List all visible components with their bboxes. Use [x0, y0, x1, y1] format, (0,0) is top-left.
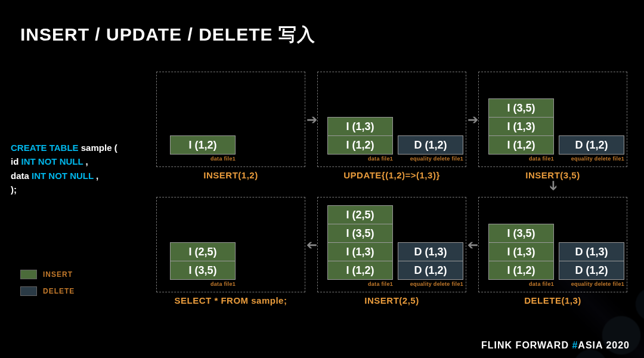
data-file-label: data file1 — [170, 281, 236, 287]
sql-text: ); — [11, 184, 17, 195]
legend: INSERT DELETE — [20, 270, 75, 303]
brand-wordmark: FLINK FORWARD #ASIA 2020 — [481, 340, 630, 351]
data-cell: I (1,3) — [488, 117, 554, 136]
legend-label: INSERT — [43, 270, 73, 279]
sql-keyword: INT NOT NULL — [32, 171, 94, 181]
legend-label: DELETE — [43, 287, 75, 295]
panel-caption: INSERT(2,5) — [318, 295, 466, 305]
arrow-down-icon: ➔ — [547, 180, 560, 191]
data-cell: I (1,2) — [488, 135, 554, 155]
sql-text: data — [11, 171, 32, 181]
delete-cell: D (1,2) — [559, 261, 624, 280]
delete-file-label: equality delete file1 — [559, 156, 624, 162]
data-file-label: data file1 — [327, 281, 393, 287]
data-cell: I (1,2) — [327, 135, 393, 155]
brand-hash-icon: # — [572, 340, 578, 350]
data-cell: I (1,2) — [488, 261, 554, 280]
delete-cell: D (1,2) — [559, 135, 624, 155]
page-title: INSERT / UPDATE / DELETE 写入 — [20, 23, 315, 47]
data-cell: I (1,2) — [170, 135, 236, 155]
data-file-label: data file1 — [327, 156, 393, 162]
panel-delete-13: I (3,5) I (1,3) I (1,2) data file1 D (1,… — [478, 197, 627, 292]
panel-update: I (1,3) I (1,2) data file1 D (1,2) equal… — [317, 72, 466, 167]
data-cell: I (1,3) — [327, 242, 393, 261]
panel-caption: SELECT * FROM sample; — [157, 295, 305, 305]
legend-swatch-delete — [20, 286, 37, 296]
diagram-stage: I (1,2) data file1 INSERT(1,2) I (1,3) I… — [156, 72, 640, 328]
panel-insert-12: I (1,2) data file1 INSERT(1,2) — [156, 72, 305, 167]
data-cell: I (3,5) — [327, 224, 393, 243]
data-file-col: I (2,5) I (3,5) data file1 — [170, 243, 236, 287]
data-file-label: data file1 — [488, 156, 554, 162]
delete-file-col: D (1,3) D (1,2) equality delete file1 — [398, 243, 463, 287]
data-cell: I (2,5) — [170, 242, 236, 261]
data-file-label: data file1 — [488, 281, 554, 287]
delete-file-label: equality delete file1 — [398, 281, 463, 287]
data-cell: I (1,3) — [327, 117, 393, 136]
sql-create-table: CREATE TABLE sample ( id INT NOT NULL , … — [11, 141, 117, 196]
delete-cell: D (1,3) — [559, 242, 624, 261]
delete-file-col: D (1,2) equality delete file1 — [398, 136, 463, 162]
data-cell: I (3,5) — [488, 98, 554, 118]
data-cell: I (3,5) — [488, 224, 554, 243]
data-file-col: I (3,5) I (1,3) I (1,2) data file1 — [488, 99, 554, 162]
brand-text: FLINK FORWARD — [481, 340, 572, 350]
delete-cell: D (1,2) — [398, 261, 463, 280]
panel-caption: DELETE(1,3) — [479, 295, 627, 305]
data-cell: I (2,5) — [327, 205, 393, 224]
legend-insert: INSERT — [20, 270, 75, 279]
panel-caption: UPDATE{(1,2)=>(1,3)} — [318, 170, 466, 180]
sql-text: , — [96, 171, 98, 181]
data-cell: I (3,5) — [170, 261, 236, 280]
delete-cell: D (1,3) — [398, 242, 463, 261]
delete-file-col: D (1,2) equality delete file1 — [559, 136, 624, 162]
delete-file-col: D (1,3) D (1,2) equality delete file1 — [559, 243, 624, 287]
data-file-col: I (1,3) I (1,2) data file1 — [327, 118, 393, 162]
data-file-col: I (1,2) data file1 — [170, 136, 236, 162]
delete-cell: D (1,2) — [398, 135, 463, 155]
arrow-right-icon: ➔ — [467, 113, 478, 126]
panel-caption: INSERT(3,5) — [479, 170, 627, 180]
data-cell: I (1,3) — [488, 242, 554, 261]
sql-text: , — [86, 156, 88, 166]
data-file-col: I (3,5) I (1,3) I (1,2) data file1 — [488, 224, 554, 287]
legend-swatch-insert — [20, 270, 37, 279]
delete-file-label: equality delete file1 — [398, 156, 463, 162]
data-file-label: data file1 — [170, 156, 236, 162]
data-cell: I (1,2) — [327, 261, 393, 280]
data-file-col: I (2,5) I (3,5) I (1,3) I (1,2) data fil… — [327, 206, 393, 287]
sql-keyword: CREATE TABLE — [11, 143, 79, 153]
panel-caption: INSERT(1,2) — [157, 170, 305, 180]
delete-file-label: equality delete file1 — [559, 281, 624, 287]
arrow-left-icon: ➔ — [467, 239, 478, 252]
sql-text: sample ( — [81, 143, 117, 153]
sql-text: id — [11, 156, 21, 166]
legend-delete: DELETE — [20, 286, 75, 296]
arrow-right-icon: ➔ — [306, 113, 317, 126]
sql-keyword: INT NOT NULL — [21, 156, 83, 166]
panel-insert-35: I (3,5) I (1,3) I (1,2) data file1 D (1,… — [478, 72, 627, 167]
panel-select-result: I (2,5) I (3,5) data file1 SELECT * FROM… — [156, 197, 305, 292]
arrow-left-icon: ➔ — [306, 239, 317, 252]
panel-insert-25: I (2,5) I (3,5) I (1,3) I (1,2) data fil… — [317, 197, 466, 292]
brand-text: ASIA 2020 — [578, 340, 630, 350]
